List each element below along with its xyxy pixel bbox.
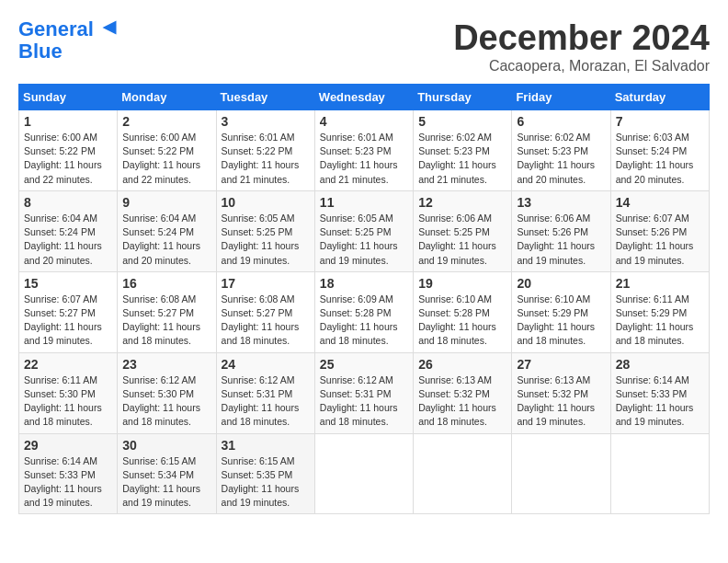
logo-text: General <box>18 18 118 40</box>
day-info: Sunrise: 6:09 AM Sunset: 5:28 PM Dayligh… <box>320 293 408 349</box>
calendar-cell: 14Sunrise: 6:07 AM Sunset: 5:26 PM Dayli… <box>610 190 709 271</box>
calendar-cell: 26Sunrise: 6:13 AM Sunset: 5:32 PM Dayli… <box>414 352 512 433</box>
calendar-cell: 19Sunrise: 6:10 AM Sunset: 5:28 PM Dayli… <box>414 271 512 352</box>
location-subtitle: Cacaopera, Morazan, El Salvador <box>453 58 710 75</box>
calendar-cell: 2Sunrise: 6:00 AM Sunset: 5:22 PM Daylig… <box>118 110 216 191</box>
calendar-cell: 18Sunrise: 6:09 AM Sunset: 5:28 PM Dayli… <box>314 271 413 352</box>
day-info: Sunrise: 6:11 AM Sunset: 5:30 PM Dayligh… <box>24 373 112 430</box>
day-info: Sunrise: 6:04 AM Sunset: 5:24 PM Dayligh… <box>24 212 112 268</box>
day-number: 16 <box>122 276 210 291</box>
calendar-cell: 31Sunrise: 6:15 AM Sunset: 5:35 PM Dayli… <box>216 433 314 514</box>
day-info: Sunrise: 6:10 AM Sunset: 5:28 PM Dayligh… <box>418 293 506 349</box>
day-info: Sunrise: 6:00 AM Sunset: 5:22 PM Dayligh… <box>122 131 210 187</box>
calendar-cell: 24Sunrise: 6:12 AM Sunset: 5:31 PM Dayli… <box>216 352 314 433</box>
weekday-header-monday: Monday <box>118 85 216 110</box>
day-number: 4 <box>320 114 408 129</box>
day-number: 30 <box>122 438 210 453</box>
calendar-week-2: 8Sunrise: 6:04 AM Sunset: 5:24 PM Daylig… <box>19 190 710 271</box>
day-number: 13 <box>517 195 605 210</box>
weekday-header-tuesday: Tuesday <box>216 85 314 110</box>
logo-blue-text: Blue <box>18 40 63 63</box>
day-number: 12 <box>418 195 506 210</box>
calendar-cell: 17Sunrise: 6:08 AM Sunset: 5:27 PM Dayli… <box>216 271 314 352</box>
title-area: December 2024 Cacaopera, Morazan, El Sal… <box>453 18 710 75</box>
weekday-header-thursday: Thursday <box>414 85 512 110</box>
calendar-cell: 12Sunrise: 6:06 AM Sunset: 5:25 PM Dayli… <box>414 190 512 271</box>
day-number: 27 <box>517 357 605 372</box>
calendar-cell: 5Sunrise: 6:02 AM Sunset: 5:23 PM Daylig… <box>414 110 512 191</box>
calendar-cell: 23Sunrise: 6:12 AM Sunset: 5:30 PM Dayli… <box>118 352 216 433</box>
day-info: Sunrise: 6:05 AM Sunset: 5:25 PM Dayligh… <box>320 212 408 268</box>
day-number: 25 <box>320 357 408 372</box>
day-number: 1 <box>24 114 112 129</box>
calendar-cell: 22Sunrise: 6:11 AM Sunset: 5:30 PM Dayli… <box>19 352 118 433</box>
day-info: Sunrise: 6:10 AM Sunset: 5:29 PM Dayligh… <box>517 293 605 349</box>
calendar-cell <box>512 433 610 514</box>
calendar-table: SundayMondayTuesdayWednesdayThursdayFrid… <box>18 84 710 514</box>
calendar-cell: 1Sunrise: 6:00 AM Sunset: 5:22 PM Daylig… <box>19 110 118 191</box>
weekday-header-sunday: Sunday <box>19 85 118 110</box>
day-info: Sunrise: 6:03 AM Sunset: 5:24 PM Dayligh… <box>616 131 704 187</box>
calendar-cell: 11Sunrise: 6:05 AM Sunset: 5:25 PM Dayli… <box>314 190 413 271</box>
svg-marker-0 <box>103 21 117 35</box>
day-info: Sunrise: 6:02 AM Sunset: 5:23 PM Dayligh… <box>517 131 605 187</box>
day-number: 7 <box>616 114 704 129</box>
calendar-cell: 21Sunrise: 6:11 AM Sunset: 5:29 PM Dayli… <box>610 271 709 352</box>
calendar-cell: 20Sunrise: 6:10 AM Sunset: 5:29 PM Dayli… <box>512 271 610 352</box>
day-number: 19 <box>418 276 506 291</box>
day-info: Sunrise: 6:06 AM Sunset: 5:25 PM Dayligh… <box>418 212 506 268</box>
day-number: 6 <box>517 114 605 129</box>
month-title: December 2024 <box>453 18 710 58</box>
day-number: 20 <box>517 276 605 291</box>
day-info: Sunrise: 6:05 AM Sunset: 5:25 PM Dayligh… <box>222 212 310 268</box>
day-info: Sunrise: 6:15 AM Sunset: 5:35 PM Dayligh… <box>222 454 310 511</box>
day-info: Sunrise: 6:07 AM Sunset: 5:27 PM Dayligh… <box>24 293 112 349</box>
calendar-cell: 28Sunrise: 6:14 AM Sunset: 5:33 PM Dayli… <box>610 352 709 433</box>
day-info: Sunrise: 6:14 AM Sunset: 5:33 PM Dayligh… <box>24 454 112 511</box>
calendar-cell: 8Sunrise: 6:04 AM Sunset: 5:24 PM Daylig… <box>19 190 118 271</box>
logo-arrow-icon <box>101 19 118 36</box>
calendar-cell: 9Sunrise: 6:04 AM Sunset: 5:24 PM Daylig… <box>118 190 216 271</box>
calendar-cell: 16Sunrise: 6:08 AM Sunset: 5:27 PM Dayli… <box>118 271 216 352</box>
logo: General Blue <box>18 18 118 63</box>
day-number: 14 <box>616 195 704 210</box>
weekday-header-wednesday: Wednesday <box>314 85 413 110</box>
calendar-cell <box>314 433 413 514</box>
day-info: Sunrise: 6:06 AM Sunset: 5:26 PM Dayligh… <box>517 212 605 268</box>
day-info: Sunrise: 6:13 AM Sunset: 5:32 PM Dayligh… <box>517 373 605 430</box>
calendar-week-4: 22Sunrise: 6:11 AM Sunset: 5:30 PM Dayli… <box>19 352 710 433</box>
day-number: 24 <box>222 357 310 372</box>
weekday-header-friday: Friday <box>512 85 610 110</box>
day-info: Sunrise: 6:07 AM Sunset: 5:26 PM Dayligh… <box>616 212 704 268</box>
day-info: Sunrise: 6:04 AM Sunset: 5:24 PM Dayligh… <box>122 212 210 268</box>
day-number: 18 <box>320 276 408 291</box>
calendar-cell: 30Sunrise: 6:15 AM Sunset: 5:34 PM Dayli… <box>118 433 216 514</box>
calendar-header-row: SundayMondayTuesdayWednesdayThursdayFrid… <box>19 85 710 110</box>
calendar-cell: 13Sunrise: 6:06 AM Sunset: 5:26 PM Dayli… <box>512 190 610 271</box>
calendar-cell <box>610 433 709 514</box>
calendar-cell: 6Sunrise: 6:02 AM Sunset: 5:23 PM Daylig… <box>512 110 610 191</box>
day-number: 11 <box>320 195 408 210</box>
day-info: Sunrise: 6:01 AM Sunset: 5:23 PM Dayligh… <box>320 131 408 187</box>
day-info: Sunrise: 6:12 AM Sunset: 5:31 PM Dayligh… <box>222 373 310 430</box>
day-number: 15 <box>24 276 112 291</box>
weekday-header-saturday: Saturday <box>610 85 709 110</box>
day-number: 2 <box>122 114 210 129</box>
day-info: Sunrise: 6:08 AM Sunset: 5:27 PM Dayligh… <box>222 293 310 349</box>
day-info: Sunrise: 6:01 AM Sunset: 5:22 PM Dayligh… <box>222 131 310 187</box>
calendar-cell: 7Sunrise: 6:03 AM Sunset: 5:24 PM Daylig… <box>610 110 709 191</box>
day-info: Sunrise: 6:14 AM Sunset: 5:33 PM Dayligh… <box>616 373 704 430</box>
calendar-cell: 27Sunrise: 6:13 AM Sunset: 5:32 PM Dayli… <box>512 352 610 433</box>
day-number: 5 <box>418 114 506 129</box>
day-number: 31 <box>222 438 310 453</box>
day-number: 9 <box>122 195 210 210</box>
day-number: 23 <box>122 357 210 372</box>
day-number: 28 <box>616 357 704 372</box>
day-number: 21 <box>616 276 704 291</box>
day-number: 29 <box>24 438 112 453</box>
header: General Blue December 2024 Cacaopera, Mo… <box>18 18 710 75</box>
calendar-week-5: 29Sunrise: 6:14 AM Sunset: 5:33 PM Dayli… <box>19 433 710 514</box>
calendar-week-1: 1Sunrise: 6:00 AM Sunset: 5:22 PM Daylig… <box>19 110 710 191</box>
calendar-cell <box>414 433 512 514</box>
day-info: Sunrise: 6:02 AM Sunset: 5:23 PM Dayligh… <box>418 131 506 187</box>
